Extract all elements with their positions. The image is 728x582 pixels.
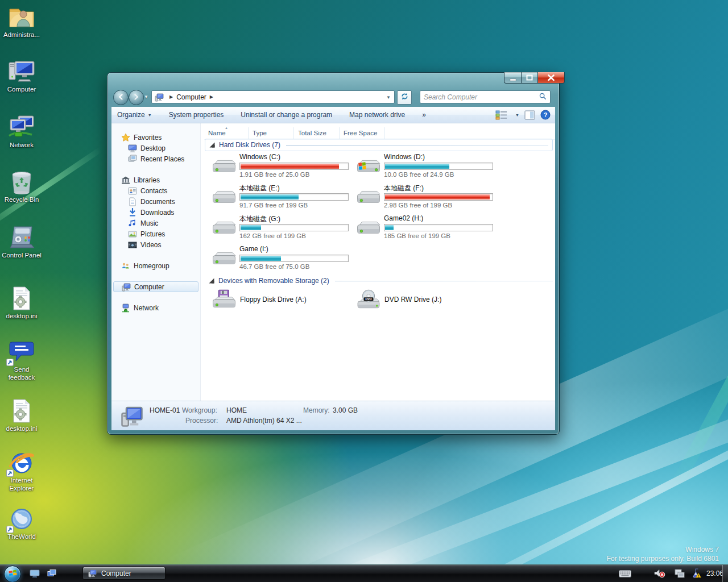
caption-buttons [504, 72, 565, 84]
sidebar-item-network[interactable]: Network [111, 302, 200, 313]
volume-muted-icon[interactable] [654, 569, 665, 578]
switch-windows-quicklaunch-icon[interactable] [47, 568, 57, 579]
preview-pane-button[interactable] [524, 110, 535, 120]
desktop-icon-send-feedback[interactable]: Send feedback [0, 339, 43, 382]
computer-icon [155, 93, 164, 102]
toolbar-item-organize[interactable]: Organize▼ [117, 111, 152, 119]
sidebar-item-videos[interactable]: Videos [111, 239, 200, 250]
toolbar-item-label: Map network drive [349, 111, 405, 119]
desktop-icon-recycle-bin[interactable]: Recycle Bin [0, 169, 43, 204]
address-dropdown-icon[interactable]: ▼ [386, 95, 391, 100]
sidebar-item-recent-places[interactable]: Recent Places [111, 153, 200, 164]
start-button[interactable] [4, 566, 21, 582]
sidebar-item-contacts[interactable]: Contacts [111, 185, 200, 196]
taskbar-button-computer[interactable]: Computer [82, 567, 166, 580]
sidebar-item-pictures[interactable]: Pictures [111, 228, 200, 239]
desktop-icon-computer[interactable]: Computer [0, 59, 43, 94]
device-name: Floppy Disk Drive (A:) [240, 296, 307, 304]
recent-pages-dropdown[interactable]: ▼ [144, 94, 148, 99]
toolbar-item-[interactable]: » [422, 111, 426, 119]
close-button[interactable] [537, 72, 565, 84]
sidebar-item-label: Documents [140, 198, 175, 206]
computer-name: HOME-01 [150, 406, 180, 414]
desktop-icon-desktop-ini-2[interactable]: desktop.ini [0, 398, 43, 433]
back-button[interactable] [113, 90, 129, 105]
toolbar-item-uninstall-or-change-a-program[interactable]: Uninstall or change a program [241, 111, 332, 119]
column-header-free-space[interactable]: Free Space [340, 127, 385, 139]
drive-usage-bar [384, 193, 493, 201]
sidebar-item-libraries[interactable]: Libraries [111, 174, 200, 185]
forward-arrow-icon [133, 93, 140, 103]
drive-tile[interactable]: Game (I:)46.7 GB free of 75.0 GB [212, 245, 357, 272]
group-collapse-icon[interactable] [209, 278, 214, 284]
search-input[interactable]: Search Computer [420, 90, 551, 103]
hdd-icon [357, 220, 380, 237]
views-button[interactable] [495, 110, 507, 120]
the-world-icon [8, 506, 35, 531]
breadcrumb-computer[interactable]: Computer [176, 93, 206, 101]
column-header-name[interactable]: ▲Name [204, 127, 249, 139]
sidebar-section: Computer [111, 281, 200, 292]
network-tray-icon[interactable] [675, 569, 685, 578]
watermark-line1: Windows 7 [607, 545, 719, 554]
sidebar-item-desktop[interactable]: Desktop [111, 143, 200, 153]
column-header-type[interactable]: Type [249, 127, 294, 139]
keyboard-tray-icon[interactable] [619, 570, 631, 577]
svg-text:?: ? [544, 111, 548, 118]
desktop-icon-internet-explorer[interactable]: Internet Explorer [0, 450, 43, 493]
drive-tile[interactable]: 本地磁盘 (E:)91.7 GB free of 199 GB [212, 184, 357, 211]
recent-icon [128, 155, 137, 164]
desktop-icon-label: Computer [0, 86, 43, 94]
breadcrumb-separator-icon: ▶ [210, 94, 213, 99]
drive-tile[interactable]: Windows (D:)10.0 GB free of 24.9 GB [357, 153, 501, 180]
drive-tile[interactable]: 本地磁盘 (G:)162 GB free of 199 GB [212, 214, 357, 242]
group-collapse-icon[interactable] [210, 143, 215, 148]
sidebar-item-favorites[interactable]: Favorites [111, 132, 200, 143]
help-button[interactable]: ? [540, 110, 551, 120]
sidebar-item-label: Downloads [140, 209, 174, 217]
drive-tile[interactable]: Windows (C:)1.91 GB free of 25.0 GB [212, 153, 357, 180]
desktop-icon-administrator[interactable]: Administra... [0, 5, 43, 39]
device-tile[interactable]: DVDDVD RW Drive (J:) [357, 288, 441, 311]
sidebar-item-computer[interactable]: Computer [113, 281, 198, 292]
desktop-icon-theworld[interactable]: TheWorld [0, 506, 43, 541]
column-header-total-size[interactable]: Total Size [294, 127, 340, 139]
group-header-hard-disks[interactable]: Hard Disk Drives (7) [205, 139, 553, 151]
control-panel-icon [8, 225, 35, 250]
sidebar-item-documents[interactable]: Documents [111, 196, 200, 207]
drive-free-space: 185 GB free of 199 GB [384, 232, 450, 239]
desktop-icon-control-panel[interactable]: Control Panel [0, 225, 43, 260]
network-mini-icon [121, 304, 130, 313]
dvd-icon: DVD [357, 289, 380, 310]
hdd-icon [212, 220, 236, 237]
drive-usage-fill [385, 194, 490, 199]
drive-tile[interactable]: Game02 (H:)185 GB free of 199 GB [357, 214, 501, 242]
action-center-warning-icon[interactable] [692, 568, 702, 579]
sidebar-item-downloads[interactable]: Downloads [111, 207, 200, 218]
floppy-icon [212, 289, 236, 310]
drive-name: Game02 (H:) [384, 214, 423, 222]
drive-tile[interactable]: 本地磁盘 (F:)2.98 GB free of 199 GB [357, 184, 501, 211]
show-desktop-quicklaunch-icon[interactable] [30, 568, 40, 579]
toolbar-item-system-properties[interactable]: System properties [169, 111, 224, 119]
device-tile[interactable]: Floppy Disk Drive (A:) [212, 288, 307, 311]
group-header-removable[interactable]: Devices with Removable Storage (2) [209, 277, 553, 285]
forward-button[interactable] [129, 90, 144, 105]
minimize-button[interactable] [504, 72, 522, 84]
desktop-icon-desktop-ini-1[interactable]: desktop.ini [0, 286, 43, 321]
sidebar-item-music[interactable]: Music [111, 218, 200, 228]
sidebar-section: LibrariesContactsDocumentsDownloadsMusic… [111, 174, 200, 250]
drive-free-space: 10.0 GB free of 24.9 GB [384, 171, 454, 178]
sidebar-item-homegroup[interactable]: Homegroup [111, 260, 200, 271]
taskbar-clock[interactable]: 23:06 [705, 565, 725, 582]
show-desktop-button[interactable] [722, 565, 728, 582]
workgroup-value: HOME [226, 406, 247, 414]
refresh-button[interactable] [397, 90, 412, 105]
desktop-icon-network[interactable]: Network [0, 115, 43, 149]
views-dropdown-icon[interactable]: ▼ [515, 113, 519, 117]
address-bar[interactable]: ▶ Computer ▶ ▼ [151, 90, 395, 103]
drive-usage-fill [385, 225, 394, 230]
maximize-button[interactable] [522, 72, 537, 84]
toolbar-item-map-network-drive[interactable]: Map network drive [349, 111, 405, 119]
recycle-bin-icon [8, 169, 35, 194]
